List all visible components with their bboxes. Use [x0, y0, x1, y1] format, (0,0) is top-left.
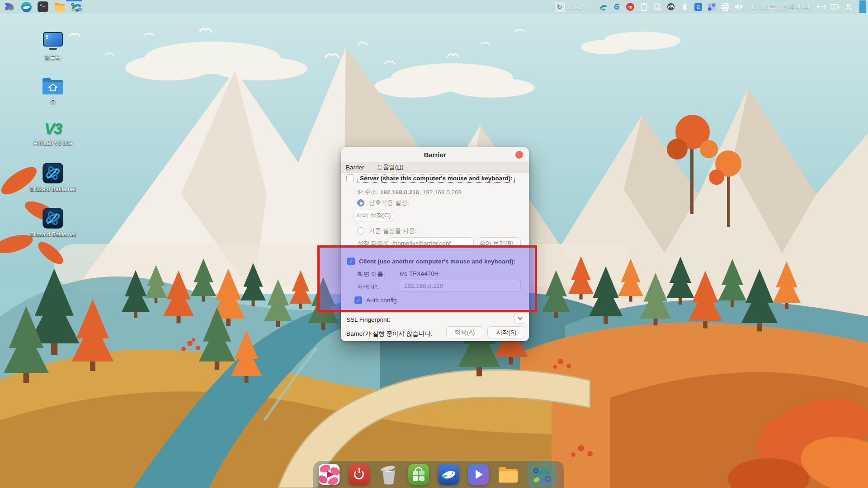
ssl-label: SSL Fingerprint: — [346, 316, 390, 323]
client-label: Client (use another computer's mouse and… — [359, 258, 515, 265]
menu-barrier[interactable]: Barrier — [341, 162, 371, 173]
auto-config-checkbox[interactable]: ✓ — [354, 296, 362, 304]
config-file-input[interactable] — [388, 237, 474, 249]
desktop-icon-label: Blizzard Battle.net — [24, 186, 82, 192]
chevron-down-icon — [518, 317, 523, 320]
bluetooth-icon[interactable] — [680, 2, 689, 11]
m-badge-icon[interactable]: m — [626, 2, 635, 11]
server-ip-label-row: 서버 IP: — [357, 283, 378, 291]
dock — [313, 461, 564, 488]
v3-logo-icon: V3 — [24, 117, 82, 137]
printer-icon[interactable] — [721, 2, 730, 11]
screen-name-label: 화면 이름: — [357, 270, 385, 278]
user-icon[interactable] — [844, 2, 853, 11]
shield-icon[interactable] — [653, 2, 662, 11]
clock[interactable]: 10-26(목), 오후 4:44 — [750, 3, 810, 11]
show-desktop-corner[interactable] — [859, 0, 866, 13]
screen-name-value: ivs-TFX4470H — [400, 270, 439, 277]
interactive-radio-row: 상호작용 설정: — [357, 199, 409, 207]
battlenet-icon — [24, 163, 82, 183]
software-center-icon[interactable] — [408, 464, 429, 485]
menu-help[interactable]: 도움말(H) — [371, 162, 410, 173]
window-title: Barrier — [424, 151, 446, 159]
system-tray: ↻ 16 kB m — [555, 0, 868, 14]
media-pinwheel-icon[interactable] — [319, 464, 340, 485]
existing-label: 기존 설정을 사용: — [369, 227, 417, 235]
input-method-icon[interactable]: a — [693, 2, 703, 11]
gauge-icon[interactable] — [666, 2, 675, 11]
ssl-row: SSL Fingerprint: — [346, 316, 390, 323]
close-button[interactable] — [515, 151, 523, 159]
client-checkbox[interactable]: ✓ — [347, 258, 355, 265]
files-dock-icon[interactable] — [498, 464, 519, 485]
whale-browser-icon[interactable] — [20, 1, 32, 13]
server-ip-row: IP 주소: 192.168.0.210, 192.168.0.208 — [357, 188, 462, 196]
window-grid-icon[interactable] — [707, 2, 716, 11]
server-label: Server (share this computer's mouse and … — [358, 174, 514, 182]
computer-icon — [24, 31, 82, 52]
sync-icon: ↻ — [555, 2, 565, 12]
apply-button[interactable]: 적용(A) — [446, 326, 483, 338]
server-ip-label: 서버 IP: — [357, 283, 378, 291]
server-checkbox[interactable] — [346, 174, 354, 182]
active-app-indicator — [66, 0, 82, 1]
power-icon[interactable] — [349, 464, 369, 485]
desktop-icon-label: AhnLab V3 Lite — [24, 140, 82, 146]
client-checkbox-row: ✓ Client (use another computer's mouse a… — [347, 258, 515, 265]
video-player-icon[interactable] — [468, 464, 489, 485]
net-speed-applet[interactable]: ↻ 16 kB — [555, 2, 594, 12]
auto-config-row: ✓ Auto config — [354, 296, 397, 304]
battery-icon[interactable] — [830, 2, 840, 11]
clipboard-icon[interactable] — [639, 2, 648, 11]
panel-launchers: >_ — [0, 0, 82, 14]
ssl-expander-button[interactable] — [514, 313, 525, 324]
screen-name-row: 화면 이름: — [357, 270, 385, 278]
hamonikr-menu-icon[interactable] — [4, 1, 15, 13]
swirl-icon[interactable] — [612, 2, 621, 11]
hamonikr-paw-icon[interactable] — [71, 1, 82, 13]
hamonikr-paw-dock-icon[interactable] — [528, 461, 557, 488]
speaker-icon[interactable] — [734, 2, 743, 11]
browse-button[interactable]: 찾아 보기(B)... — [477, 237, 521, 249]
desktop-icon-computer[interactable]: 컴퓨터 — [24, 31, 82, 62]
barrier-window: Barrier Barrier 도움말(H) Server (share thi… — [341, 147, 529, 341]
files-launcher-icon[interactable] — [54, 1, 66, 13]
auto-config-label: Auto config — [366, 297, 397, 304]
interactive-radio[interactable] — [357, 199, 364, 206]
titlebar[interactable]: Barrier — [341, 147, 529, 162]
home-folder-icon — [24, 74, 82, 95]
server-config-button[interactable]: 서버 설정(C) — [354, 210, 393, 221]
trash-icon[interactable] — [378, 464, 399, 485]
desktop-icon-label: Blizzard Battle.net — [24, 231, 82, 238]
desktop-icon-battlenet-2[interactable]: Blizzard Battle.net — [24, 208, 82, 238]
existing-radio-row: 기존 설정을 사용: — [357, 227, 417, 235]
start-button[interactable]: 시작(S) — [487, 326, 525, 338]
whale-browser-dock-icon[interactable] — [438, 464, 459, 485]
battlenet-icon — [24, 208, 82, 229]
server-ip-rest: , 192.168.0.208 — [419, 189, 462, 196]
server-ip-primary: 192.168.0.210 — [380, 189, 419, 196]
desktop-icon-battlenet-1[interactable]: Blizzard Battle.net — [24, 163, 82, 192]
server-checkbox-row: Server (share this computer's mouse and … — [346, 174, 514, 182]
desktop-icon-ahnlab-v3[interactable]: V3 AhnLab V3 Lite — [24, 117, 82, 146]
terminal-icon[interactable]: >_ — [37, 1, 49, 13]
paw-logo-icon[interactable] — [599, 2, 608, 11]
existing-config-radio[interactable] — [357, 227, 364, 235]
desktop-icon-home[interactable]: 홈 — [24, 74, 82, 105]
ethernet-arrows-icon[interactable] — [817, 2, 826, 11]
menubar: Barrier 도움말(H) — [341, 162, 529, 173]
status-text: Barrier가 실행 중이지 않습니다. — [346, 330, 433, 338]
server-ip-input[interactable] — [400, 280, 521, 292]
desktop-icon-label: 홈 — [24, 98, 82, 105]
interactive-label: 상호작용 설정: — [369, 199, 409, 207]
top-panel: >_ ↻ 16 kB — [0, 0, 868, 14]
net-speed-label: 16 kB — [566, 3, 583, 10]
desktop-icon-label: 컴퓨터 — [24, 54, 82, 62]
